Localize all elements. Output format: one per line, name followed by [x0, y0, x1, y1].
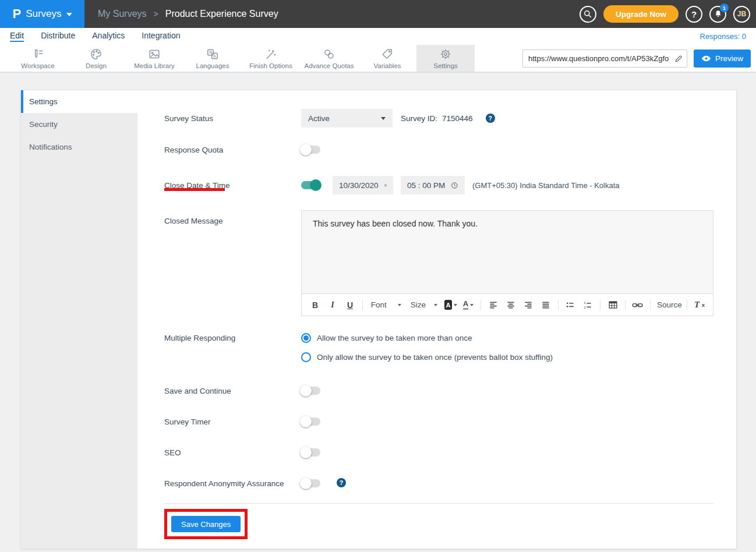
toolbar-tab-advance-quotas[interactable]: Advance Quotas	[300, 45, 358, 72]
upgrade-now-button[interactable]: Upgrade Now	[603, 5, 679, 23]
survey-status-select[interactable]: Active	[301, 109, 393, 128]
svg-text:2: 2	[584, 305, 586, 309]
underline-button[interactable]: U	[342, 298, 358, 313]
bold-button[interactable]: B	[308, 298, 323, 313]
respondent-anonymity-help-icon[interactable]: ?	[337, 478, 346, 487]
sidebar-item-security[interactable]: Security	[21, 113, 137, 136]
seo-toggle[interactable]	[301, 448, 320, 457]
toolbar-tab-label: Finish Options	[249, 62, 292, 69]
breadcrumb-my-surveys[interactable]: My Surveys	[98, 9, 147, 19]
survey-url-field	[522, 49, 687, 68]
align-center-button[interactable]	[503, 298, 518, 313]
italic-button[interactable]: I	[325, 298, 340, 313]
chevron-down-icon	[381, 117, 386, 120]
toolbar-tab-finish-options[interactable]: Finish Options	[242, 45, 300, 72]
respondent-anonymity-toggle[interactable]	[301, 479, 320, 487]
seo-label: SEO	[164, 447, 301, 457]
toolbar-tab-design[interactable]: Design	[67, 45, 125, 72]
align-justify-button[interactable]	[538, 298, 553, 313]
toggle-knob	[300, 477, 312, 489]
radio-selected-icon	[301, 333, 311, 343]
tab-distribute[interactable]: Distribute	[41, 31, 75, 42]
save-and-continue-toggle[interactable]	[301, 387, 320, 395]
toolbar-tab-media-library[interactable]: Media Library	[125, 45, 183, 72]
toolbar-tab-workspace[interactable]: Workspace	[9, 45, 67, 72]
survey-id-help-icon[interactable]: ?	[486, 114, 495, 123]
sidebar-item-settings[interactable]: Settings	[21, 90, 137, 113]
toolbar-tab-languages[interactable]: Ж A Languages	[183, 45, 242, 72]
align-right-icon	[524, 300, 533, 310]
text-color-button[interactable]: A	[461, 298, 476, 313]
variables-tag-icon	[381, 48, 394, 61]
background-color-button[interactable]: A	[443, 298, 458, 313]
close-time-input[interactable]: 05 : 00 PM	[401, 176, 465, 194]
survey-timer-label: Survey Timer	[164, 416, 301, 426]
align-right-button[interactable]	[521, 298, 536, 313]
survey-status-row: Survey Status Active Survey ID: 7150446 …	[164, 109, 713, 128]
sidebar-item-notifications[interactable]: Notifications	[21, 136, 137, 158]
source-label: Source	[657, 300, 682, 309]
preview-button[interactable]: Preview	[694, 49, 751, 68]
tab-edit[interactable]: Edit	[10, 31, 24, 42]
insert-link-button[interactable]	[630, 298, 645, 313]
radio-option-once-only[interactable]: Only allow the survey to be taken once (…	[301, 352, 553, 362]
breadcrumb-separator: >	[154, 9, 158, 19]
bullet-list-button[interactable]	[563, 298, 578, 313]
user-avatar[interactable]: JB	[733, 6, 750, 23]
preview-label: Preview	[715, 54, 743, 63]
toggle-knob	[300, 144, 312, 155]
survey-timer-toggle[interactable]	[301, 417, 320, 426]
font-dropdown[interactable]: Font	[368, 300, 405, 309]
chevron-down-icon	[470, 304, 474, 306]
text-color-icon: A	[463, 300, 468, 310]
toolbar-tab-settings[interactable]: Settings	[416, 45, 475, 72]
source-button[interactable]: Source	[655, 298, 683, 313]
sidebar-item-label: Security	[29, 120, 58, 129]
search-button[interactable]	[580, 6, 596, 23]
close-date-input[interactable]: 10/30/2020	[333, 176, 393, 194]
design-palette-icon	[90, 48, 103, 61]
insert-table-button[interactable]	[605, 298, 620, 313]
align-center-icon	[506, 300, 515, 310]
chevron-down-icon	[66, 13, 72, 16]
save-changes-button[interactable]: Save Changes	[171, 516, 241, 532]
close-date-value: 10/30/2020	[339, 181, 379, 190]
svg-text:Ж: Ж	[209, 49, 213, 55]
chevron-down-icon	[398, 304, 401, 306]
toolbar-tab-variables[interactable]: Variables	[358, 45, 416, 72]
svg-text:A: A	[213, 53, 216, 58]
tab-integration[interactable]: Integration	[142, 31, 180, 42]
toggle-knob	[300, 416, 312, 427]
align-left-button[interactable]	[486, 298, 501, 313]
workspace-icon	[31, 48, 44, 61]
help-button[interactable]: ?	[686, 6, 702, 23]
closed-message-editor: This survey has been closed now. Thank y…	[301, 210, 713, 316]
sidebar-item-label: Settings	[29, 97, 58, 106]
size-dropdown[interactable]: Size	[407, 300, 441, 309]
tab-analytics[interactable]: Analytics	[92, 31, 125, 42]
remove-format-button[interactable]: Tx	[692, 298, 707, 313]
surveys-product-menu[interactable]: P Surveys	[0, 0, 84, 28]
closed-message-textarea[interactable]: This survey has been closed now. Thank y…	[302, 211, 713, 293]
close-date-toggle[interactable]	[301, 181, 320, 189]
notifications-button[interactable]: 1	[709, 6, 726, 23]
closed-message-label: Closed Message	[164, 210, 301, 316]
notification-count-badge: 1	[720, 3, 729, 12]
settings-form: Survey Status Active Survey ID: 7150446 …	[137, 90, 737, 549]
clock-icon	[451, 181, 458, 190]
edit-pencil-icon[interactable]	[674, 54, 683, 63]
numbered-list-icon: 12	[583, 300, 592, 310]
survey-url-input[interactable]	[528, 54, 674, 63]
toolbar-tab-label: Advance Quotas	[304, 62, 354, 69]
timezone-label: (GMT+05:30) India Standard Time - Kolkat…	[472, 181, 620, 190]
survey-status-value: Active	[308, 114, 330, 123]
finish-wand-icon	[264, 48, 277, 61]
survey-id: Survey ID: 7150446 ?	[401, 114, 495, 123]
subnav-items: Edit Distribute Analytics Integration	[10, 31, 180, 42]
settings-gear-icon	[439, 48, 452, 61]
response-quota-toggle[interactable]	[301, 146, 320, 154]
radio-option-multiple-allowed[interactable]: Allow the survey to be taken more than o…	[301, 333, 553, 343]
save-and-continue-row: Save and Continue	[164, 385, 713, 395]
red-box-annotation: Save Changes	[164, 509, 248, 539]
numbered-list-button[interactable]: 12	[580, 298, 595, 313]
